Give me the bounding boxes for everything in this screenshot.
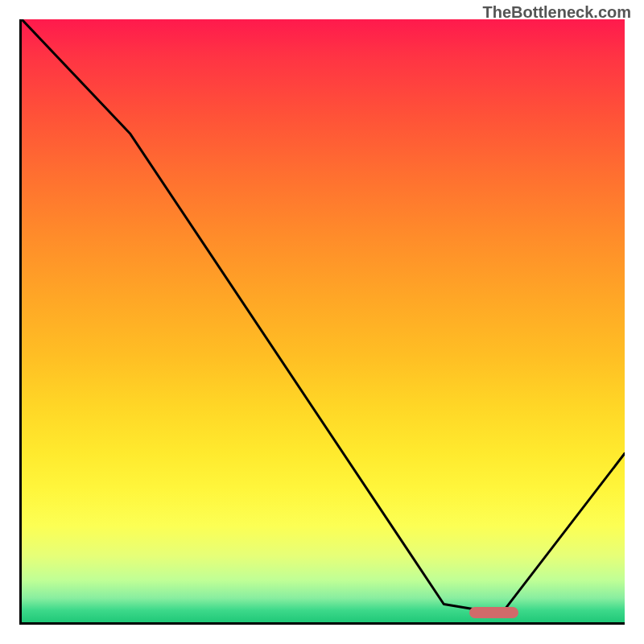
- watermark-text: TheBottleneck.com: [483, 3, 631, 22]
- curve-path: [22, 19, 625, 610]
- bottleneck-curve: [22, 19, 625, 622]
- optimal-range-marker: [469, 607, 518, 618]
- chart-plot-area: [19, 19, 625, 625]
